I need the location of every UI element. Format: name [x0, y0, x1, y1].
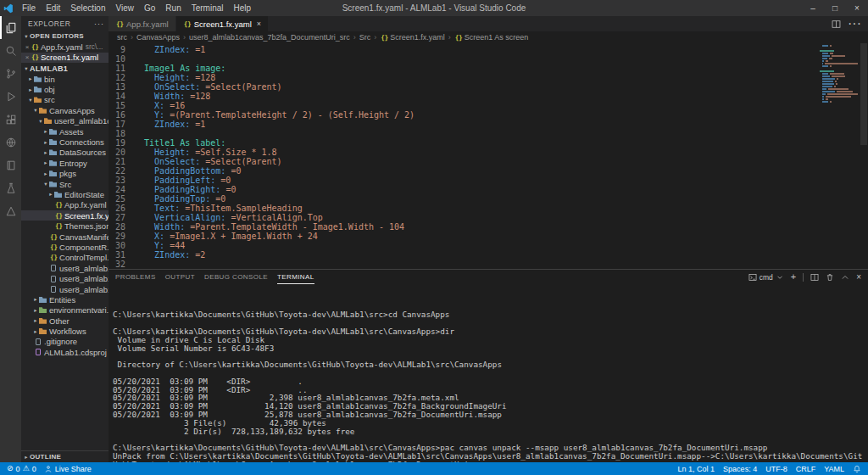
- tree-root[interactable]: ▾ ALMLAB1: [21, 63, 108, 74]
- editor-scrollbar[interactable]: [860, 43, 868, 269]
- menu-item[interactable]: Go: [139, 3, 160, 13]
- code-editor[interactable]: 9 ZIndex:=1 10 11 Image1 As image:: [108, 43, 868, 269]
- tree-item[interactable]: ▸ obj: [21, 84, 108, 94]
- encoding[interactable]: UTF-8: [765, 465, 787, 473]
- indentation[interactable]: Spaces: 4: [723, 465, 757, 473]
- new-terminal-icon[interactable]: +: [791, 272, 796, 282]
- menu-item[interactable]: File: [17, 3, 41, 13]
- panel-tab[interactable]: DEBUG CONSOLE: [204, 270, 268, 284]
- editor-tab[interactable]: {} App.fx.yaml ×: [108, 16, 176, 31]
- tree-item[interactable]: ▸ Workflows: [21, 326, 108, 336]
- code-line[interactable]: 20 Height:=Self.Size * 1.8: [108, 148, 868, 157]
- tree-item[interactable]: ▸ environmentvari...: [21, 305, 108, 316]
- menu-item[interactable]: Run: [160, 3, 186, 13]
- explorer-icon[interactable]: [0, 16, 21, 39]
- close-icon[interactable]: ×: [24, 43, 31, 51]
- code-line[interactable]: 15 X:=16: [108, 101, 868, 110]
- tree-item[interactable]: {} Screen1.fx.y...: [21, 210, 108, 221]
- tree-item[interactable]: ALMLab1.cdsproj: [21, 347, 108, 357]
- split-terminal-icon[interactable]: [810, 273, 819, 282]
- close-icon[interactable]: ×: [24, 53, 31, 61]
- menu-item[interactable]: Selection: [65, 3, 110, 13]
- breadcrumb-item[interactable]: Src ›: [359, 33, 381, 42]
- code-line[interactable]: 27 VerticalAlign:=VerticalAlign.Top: [108, 213, 868, 222]
- tree-item[interactable]: ▾ Src: [21, 179, 108, 189]
- editor-tab[interactable]: {} Screen1.fx.yaml ×: [176, 16, 269, 31]
- open-editors-header[interactable]: ▾ OPEN EDITORS: [21, 31, 108, 42]
- live-share-icon[interactable]: [0, 131, 21, 154]
- code-line[interactable]: 31 ZIndex:=2: [108, 250, 868, 260]
- code-line[interactable]: 19 Title1 As label:: [108, 138, 868, 148]
- split-editor-icon[interactable]: [832, 20, 841, 29]
- panel-tab[interactable]: OUTPUT: [165, 270, 195, 284]
- tree-item[interactable]: ▸ Other: [21, 316, 108, 326]
- test-explorer-icon[interactable]: [0, 176, 21, 199]
- code-line[interactable]: 18: [108, 129, 868, 138]
- open-editor-item[interactable]: × {} App.fx.yaml src\...: [21, 42, 108, 53]
- menu-item[interactable]: Edit: [41, 3, 65, 13]
- code-line[interactable]: 14 Width:=128: [108, 92, 868, 101]
- maximize-panel-icon[interactable]: [841, 273, 849, 282]
- cursor-position[interactable]: Ln 1, Col 1: [678, 465, 715, 473]
- code-line[interactable]: 16 Y:=(Parent.TemplateHeight / 2) - (Sel…: [108, 110, 868, 120]
- panel-tab[interactable]: PROBLEMS: [115, 270, 156, 284]
- tree-item[interactable]: ▾ CanvasApps: [21, 105, 108, 115]
- code-line[interactable]: 26 Text:=ThisItem.SampleHeading: [108, 204, 868, 213]
- terminal[interactable]: C:\Users\kartikka\Documents\GitHub\Toyot…: [108, 284, 868, 462]
- open-editor-item[interactable]: × {} Screen1.fx.yaml: [21, 53, 108, 64]
- more-actions-icon[interactable]: ···: [848, 16, 861, 31]
- code-line[interactable]: 29 X:=Image1.X + Image1.Width + 24: [108, 232, 868, 241]
- minimize-icon[interactable]: –: [802, 0, 824, 16]
- tree-item[interactable]: ▾ src: [21, 95, 108, 105]
- power-platform-icon[interactable]: [0, 199, 21, 222]
- tree-item[interactable]: ▸ EditorState: [21, 189, 108, 199]
- menu-item[interactable]: View: [111, 3, 140, 13]
- tree-item[interactable]: ▸ DataSources: [21, 148, 108, 158]
- tree-item[interactable]: ▸ pkgs: [21, 169, 108, 179]
- code-line[interactable]: 17 ZIndex:=1: [108, 120, 868, 129]
- tree-item[interactable]: {} App.fx.yaml: [21, 200, 108, 210]
- tree-item[interactable]: {} ComponentR...: [21, 242, 108, 252]
- minimap[interactable]: [817, 45, 858, 106]
- code-line[interactable]: 21 OnSelect:=Select(Parent): [108, 157, 868, 166]
- extensions-icon[interactable]: [0, 108, 21, 131]
- code-line[interactable]: 10: [108, 54, 868, 64]
- breadcrumb-item[interactable]: {} Screen1.fx.yaml ›: [380, 33, 454, 42]
- more-actions-icon[interactable]: ···: [94, 20, 104, 28]
- language-mode[interactable]: YAML: [824, 465, 844, 473]
- run-and-debug-icon[interactable]: [0, 85, 21, 108]
- tree-item[interactable]: user8_almlab1c...: [21, 263, 108, 273]
- close-icon[interactable]: ×: [257, 20, 261, 28]
- breadcrumb-item[interactable]: {} Screen1 As screen ›: [454, 33, 529, 42]
- code-line[interactable]: 22 PaddingBottom:=0: [108, 166, 868, 176]
- source-control-icon[interactable]: [0, 62, 21, 85]
- code-line[interactable]: 13 OnSelect:=Select(Parent): [108, 82, 868, 92]
- tree-item[interactable]: {} Themes.json: [21, 221, 108, 231]
- notifications-bell-icon[interactable]: [853, 465, 861, 473]
- code-line[interactable]: 23 PaddingLeft:=0: [108, 176, 868, 185]
- panel-tab[interactable]: TERMINAL: [277, 270, 314, 284]
- code-line[interactable]: 28 Width:=Parent.TemplateWidth - Image1.…: [108, 222, 868, 232]
- kill-terminal-icon[interactable]: [826, 273, 834, 282]
- tree-item[interactable]: {} CanvasManife...: [21, 232, 108, 242]
- tree-item[interactable]: ▸ Entities: [21, 294, 108, 305]
- docs-icon[interactable]: [0, 154, 21, 176]
- code-line[interactable]: 25 PaddingTop:=0: [108, 194, 868, 204]
- code-line[interactable]: 30 Y:=44: [108, 241, 868, 250]
- close-panel-icon[interactable]: ×: [856, 273, 861, 282]
- tree-item[interactable]: .gitignore: [21, 337, 108, 347]
- tree-item[interactable]: user8_almlab1c...: [21, 273, 108, 283]
- code-line[interactable]: 24 PaddingRight:=0: [108, 185, 868, 194]
- code-line[interactable]: 9 ZIndex:=1: [108, 45, 868, 54]
- live-share-status[interactable]: Live Share: [44, 465, 92, 473]
- scrollbar-thumb[interactable]: [860, 43, 867, 145]
- eol-sequence[interactable]: CRLF: [796, 465, 816, 473]
- tree-item[interactable]: ▸ Connections: [21, 137, 108, 147]
- outline-header[interactable]: ▸ OUTLINE: [21, 450, 108, 462]
- code-line[interactable]: 11 Image1 As image:: [108, 64, 868, 73]
- tree-item[interactable]: {} ControlTempl...: [21, 253, 108, 263]
- tree-item[interactable]: ▸ Assets: [21, 126, 108, 137]
- problems-status[interactable]: ⊘ 0 ⚠ 0: [7, 465, 36, 473]
- tree-item[interactable]: ▸ Entropy: [21, 158, 108, 168]
- shell-selector[interactable]: cmd: [748, 273, 784, 282]
